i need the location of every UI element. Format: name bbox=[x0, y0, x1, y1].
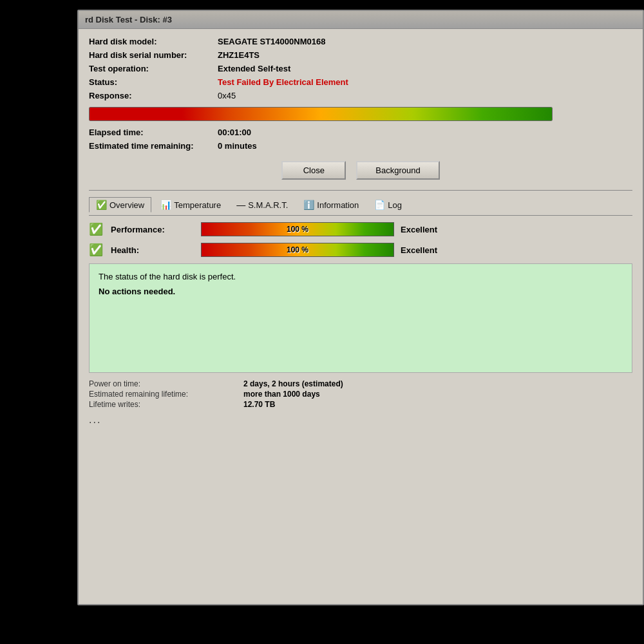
health-check-icon: ✅ bbox=[89, 243, 104, 257]
title-bar: rd Disk Test - Disk: #3 bbox=[79, 11, 643, 29]
action-buttons: Close Background bbox=[89, 161, 632, 180]
smart-icon: — bbox=[236, 200, 245, 210]
health-metric: ✅ Health: 100 % Excellent bbox=[89, 243, 632, 257]
background-button[interactable]: Background bbox=[356, 161, 439, 180]
window-title: rd Disk Test - Disk: #3 bbox=[85, 15, 172, 24]
power-on-value: 2 days, 2 hours (estimated) bbox=[243, 379, 343, 388]
tab-smart-label: S.M.A.R.T. bbox=[248, 200, 288, 210]
health-label: Health: bbox=[111, 245, 194, 255]
tab-information-label: Information bbox=[317, 200, 359, 210]
status-line2: No actions needed. bbox=[99, 287, 623, 296]
tab-overview-label: Overview bbox=[109, 200, 144, 210]
elapsed-row: Elapsed time: 00:01:00 bbox=[89, 128, 632, 137]
information-icon: ℹ️ bbox=[303, 200, 314, 210]
operation-label: Test operation: bbox=[89, 64, 218, 73]
remaining-label: Estimated time remaining: bbox=[89, 141, 218, 151]
test-progress-bar bbox=[89, 107, 553, 121]
tab-temperature[interactable]: 📊 Temperature bbox=[154, 198, 227, 212]
log-icon: 📄 bbox=[374, 200, 385, 210]
performance-check-icon: ✅ bbox=[89, 222, 104, 236]
status-label: Status: bbox=[89, 77, 218, 87]
lifetime-label: Estimated remaining lifetime: bbox=[89, 390, 218, 399]
tab-log[interactable]: 📄 Log bbox=[368, 198, 408, 212]
operation-value: Extended Self-test bbox=[218, 64, 290, 73]
response-value: 0x45 bbox=[218, 91, 236, 100]
model-label: Hard disk model: bbox=[89, 37, 218, 46]
serial-label: Hard disk serial number: bbox=[89, 50, 218, 60]
tab-information[interactable]: ℹ️ Information bbox=[297, 198, 365, 212]
status-line1: The status of the hard disk is perfect. bbox=[99, 272, 623, 281]
lifetime-value: more than 1000 days bbox=[243, 390, 320, 399]
remaining-value: 0 minutes bbox=[218, 141, 257, 151]
temperature-icon: 📊 bbox=[160, 200, 171, 210]
more-options-dots[interactable]: ... bbox=[89, 414, 632, 426]
tab-log-label: Log bbox=[388, 200, 402, 210]
model-value: SEAGATE ST14000NM0168 bbox=[218, 37, 325, 46]
status-value: Test Failed By Electrical Element bbox=[218, 77, 348, 87]
health-bar-value: 100 % bbox=[287, 245, 308, 254]
tab-temperature-label: Temperature bbox=[174, 200, 221, 210]
power-on-label: Power on time: bbox=[89, 379, 218, 388]
status-row: Status: Test Failed By Electrical Elemen… bbox=[89, 77, 632, 87]
performance-bar-value: 100 % bbox=[287, 225, 308, 234]
status-box: The status of the hard disk is perfect. … bbox=[89, 263, 632, 373]
writes-value: 12.70 TB bbox=[243, 400, 275, 409]
tabs-row: ✅ Overview 📊 Temperature — S.M.A.R.T. ℹ️… bbox=[89, 193, 632, 216]
health-bar: 100 % bbox=[201, 243, 394, 257]
writes-label: Lifetime writes: bbox=[89, 400, 218, 409]
close-button[interactable]: Close bbox=[281, 161, 346, 180]
operation-row: Test operation: Extended Self-test bbox=[89, 64, 632, 73]
tab-smart[interactable]: — S.M.A.R.T. bbox=[230, 198, 294, 212]
tab-overview[interactable]: ✅ Overview bbox=[89, 197, 151, 213]
response-row: Response: 0x45 bbox=[89, 91, 632, 100]
elapsed-value: 00:01:00 bbox=[218, 128, 251, 137]
serial-value: ZHZ1E4TS bbox=[218, 50, 260, 60]
health-rating: Excellent bbox=[401, 245, 437, 255]
disk-model-row: Hard disk model: SEAGATE ST14000NM0168 bbox=[89, 37, 632, 46]
performance-metric: ✅ Performance: 100 % Excellent bbox=[89, 222, 632, 236]
writes-row: Lifetime writes: 12.70 TB bbox=[89, 400, 632, 409]
divider bbox=[89, 190, 632, 191]
power-on-row: Power on time: 2 days, 2 hours (estimate… bbox=[89, 379, 632, 388]
bottom-info: Power on time: 2 days, 2 hours (estimate… bbox=[89, 379, 632, 409]
remaining-row: Estimated time remaining: 0 minutes bbox=[89, 141, 632, 151]
performance-bar: 100 % bbox=[201, 222, 394, 236]
response-label: Response: bbox=[89, 91, 218, 100]
serial-row: Hard disk serial number: ZHZ1E4TS bbox=[89, 50, 632, 60]
main-window: rd Disk Test - Disk: #3 Hard disk model:… bbox=[77, 10, 644, 605]
overview-icon: ✅ bbox=[96, 200, 107, 210]
performance-label: Performance: bbox=[111, 225, 194, 234]
elapsed-label: Elapsed time: bbox=[89, 128, 218, 137]
lifetime-row: Estimated remaining lifetime: more than … bbox=[89, 390, 632, 399]
progress-gradient bbox=[90, 108, 552, 120]
performance-rating: Excellent bbox=[401, 225, 437, 234]
